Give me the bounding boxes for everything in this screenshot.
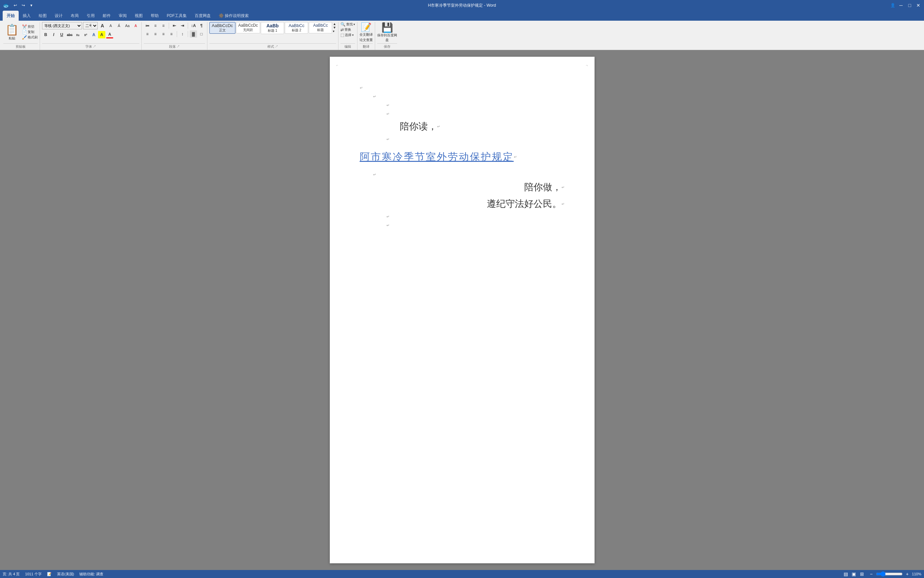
align-center-button[interactable]: ≡ <box>152 30 159 38</box>
clear-format-button[interactable]: A̋ <box>115 22 123 29</box>
minimize-button[interactable]: ─ <box>898 2 904 8</box>
tab-references[interactable]: 引用 <box>83 11 99 21</box>
font-color-button[interactable]: A <box>106 31 113 38</box>
copy-format-button[interactable]: A <box>132 22 139 29</box>
font-dialog-launcher[interactable]: ↗ <box>93 45 96 49</box>
styles-dialog-launcher[interactable]: ↗ <box>275 45 278 49</box>
styles-more[interactable]: ▾ <box>333 29 336 33</box>
border-button[interactable]: □ <box>198 30 205 38</box>
text-effect-button[interactable]: A <box>90 31 97 38</box>
zoom-plus-button[interactable]: + <box>904 571 911 577</box>
save-label: 保存到百度网盘 <box>377 33 397 42</box>
italic-button[interactable]: I <box>50 31 57 38</box>
document-page[interactable]: ⌐ ¬ ↵ ↵ ↵ ↵ 陪你读， ↵ ↵ 阿市寒冷季节室外劳动保护规定 ↵ ↵ <box>330 57 595 563</box>
style-heading1[interactable]: AaBb 标题 1 <box>261 22 284 34</box>
styles-down[interactable]: ▼ <box>333 26 336 29</box>
cut-button[interactable]: ✂️ 剪切 <box>22 24 38 29</box>
shading-button[interactable]: ▓ <box>190 30 197 38</box>
tab-pdf[interactable]: PDF工具集 <box>163 11 191 21</box>
restore-button[interactable]: □ <box>907 2 913 8</box>
style-nospace[interactable]: AaBbCcDc 无间距 <box>236 22 261 33</box>
tab-design[interactable]: 设计 <box>51 11 67 21</box>
doc-line-7: ↵ <box>360 170 565 179</box>
select-button[interactable]: ⬚ 选择 ▾ <box>340 33 355 37</box>
superscript-button[interactable]: x² <box>82 31 89 38</box>
change-case-button[interactable]: Aa <box>124 22 131 29</box>
view-print-button[interactable]: ▣ <box>851 571 857 577</box>
zoom-level[interactable]: 110% <box>912 572 921 576</box>
style-h2-preview: AaBbCc <box>287 23 306 28</box>
multilevel-button[interactable]: ≡ <box>160 22 167 29</box>
format-painter-button[interactable]: 🖌️ 格式刷 <box>22 35 38 40</box>
tab-mailings[interactable]: 邮件 <box>99 11 115 21</box>
find-button[interactable]: 🔍 查找 ▾ <box>340 22 355 27</box>
redo-button[interactable]: ↪ <box>20 2 27 9</box>
tab-layout[interactable]: 布局 <box>67 11 83 21</box>
sort-button[interactable]: ↕A <box>190 22 197 29</box>
view-web-button[interactable]: ⊞ <box>859 571 865 577</box>
style-normal[interactable]: AaBbCcDc 正文 <box>209 22 235 34</box>
para-divider2 <box>188 23 188 29</box>
underline-button[interactable]: U <box>58 31 65 38</box>
text-highlight-button[interactable]: A <box>98 31 105 38</box>
quick-access-more[interactable]: ▾ <box>28 2 35 9</box>
paragraph-group: ≔ ≡ ≡ ⇤ ⇥ ↕A ¶ ≡ ≡ ≡ ≡ ↕ ▓ □ 段 <box>142 22 207 50</box>
tab-search[interactable]: 🔆 操作说明搜索 <box>215 11 253 21</box>
font-size-select[interactable]: 二号 <box>83 22 98 29</box>
text-peinidu: 陪你读， <box>400 120 437 133</box>
return-mark-title: ↵ <box>514 155 517 159</box>
show-marks-button[interactable]: ¶ <box>198 22 205 29</box>
title-bar-controls: 👤 ─ □ ✕ <box>890 2 921 8</box>
tab-home[interactable]: 开始 <box>3 11 19 21</box>
font-shrink-button[interactable]: A <box>107 22 114 29</box>
style-heading-label: 标题 <box>311 28 330 32</box>
strikethrough-button[interactable]: abc <box>66 31 73 38</box>
numbering-button[interactable]: ≡ <box>152 22 159 29</box>
replace-button[interactable]: ⇄ 替换 <box>340 28 355 32</box>
tab-review[interactable]: 审阅 <box>115 11 131 21</box>
justify-button[interactable]: ≡ <box>168 30 175 38</box>
paper-check-button[interactable]: 论文查重 <box>359 38 373 42</box>
styles-up[interactable]: ▲ <box>333 22 336 26</box>
save-baidu-button[interactable]: 💾 保存到百度网盘 <box>377 22 397 42</box>
decrease-indent-button[interactable]: ⇤ <box>171 22 178 29</box>
zoom-slider-input[interactable] <box>876 572 903 577</box>
language-label[interactable]: 英语(美国) <box>57 572 74 577</box>
tab-draw[interactable]: 绘图 <box>35 11 51 21</box>
title-bar-left: 🐟 ↩ ↪ ▾ <box>3 2 35 9</box>
paste-button[interactable]: 📋 粘贴 <box>3 22 21 42</box>
close-button[interactable]: ✕ <box>915 2 921 8</box>
bullets-button[interactable]: ≔ <box>144 22 151 29</box>
increase-indent-button[interactable]: ⇥ <box>179 22 186 29</box>
select-label: 选择 <box>345 33 351 37</box>
zoom-minus-button[interactable]: − <box>868 571 875 577</box>
undo-button[interactable]: ↩ <box>12 2 19 9</box>
accessibility-label[interactable]: 辅助功能: 调查 <box>79 572 104 577</box>
font-grow-button[interactable]: A <box>99 22 106 29</box>
doc-line-1: ↵ <box>360 83 565 92</box>
align-left-button[interactable]: ≡ <box>144 30 151 38</box>
copy-icon: 📄 <box>22 30 27 34</box>
line-spacing-button[interactable]: ↕ <box>179 30 186 38</box>
tab-help[interactable]: 帮助 <box>147 11 163 21</box>
para-dialog-launcher[interactable]: ↗ <box>176 45 180 49</box>
view-normal-button[interactable]: ▤ <box>843 571 849 577</box>
style-nospace-label: 无间距 <box>238 28 258 32</box>
style-heading2[interactable]: AaBbCc 标题 2 <box>285 22 308 34</box>
full-translate-button[interactable]: 📝 全文翻译 <box>359 22 373 37</box>
tab-insert[interactable]: 插入 <box>19 11 35 21</box>
align-right-button[interactable]: ≡ <box>160 30 167 38</box>
style-heading[interactable]: AaBbCc 标题 <box>309 22 332 33</box>
copy-button[interactable]: 📄 复制 <box>22 30 38 34</box>
doc-line-2: ↵ <box>360 92 565 101</box>
page-count[interactable]: 页: 共 4 页 <box>3 572 20 577</box>
document-area[interactable]: ⌐ ¬ ↵ ↵ ↵ ↵ 陪你读， ↵ ↵ 阿市寒冷季节室外劳动保护规定 ↵ ↵ <box>0 50 924 570</box>
bold-button[interactable]: B <box>42 31 49 38</box>
font-family-select[interactable]: 等线 (西文正文) <box>42 22 82 29</box>
subscript-button[interactable]: x₂ <box>74 31 81 38</box>
clipboard-label: 剪贴板 <box>3 43 38 50</box>
word-count[interactable]: 1011 个字 <box>25 572 42 577</box>
tab-baidu[interactable]: 百度网盘 <box>191 11 215 21</box>
tab-view[interactable]: 视图 <box>131 11 147 21</box>
style-normal-label: 正文 <box>212 28 233 33</box>
